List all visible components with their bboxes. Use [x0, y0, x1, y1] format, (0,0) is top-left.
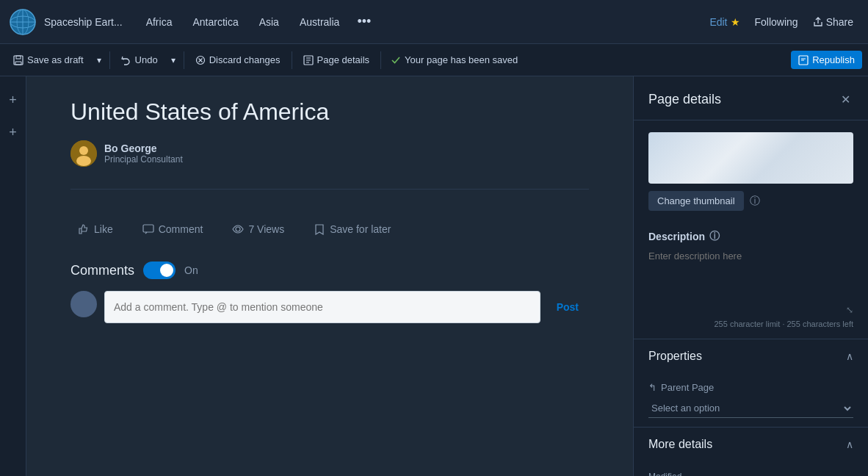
republish-icon: [798, 55, 809, 65]
more-details-header[interactable]: More details ∧: [634, 428, 868, 461]
share-icon: [813, 17, 823, 27]
main-layout: + + United States of America Bo George P…: [0, 76, 868, 476]
nav-share-button[interactable]: Share: [807, 13, 859, 31]
more-details-section: More details ∧ Modified 4/30/20, 9:04 AM: [634, 428, 868, 476]
add-section-button-1[interactable]: +: [4, 91, 22, 109]
bookmark-icon: [314, 223, 325, 235]
nav-link-africa[interactable]: Africa: [137, 12, 181, 32]
comment-label: Comment: [159, 223, 203, 235]
svg-point-12: [76, 156, 91, 166]
description-input[interactable]: [648, 250, 853, 302]
add-section-button-2[interactable]: +: [4, 123, 22, 141]
comment-input[interactable]: [104, 291, 540, 323]
save-later-label: Save for later: [330, 223, 391, 235]
undo-button[interactable]: Undo: [114, 51, 165, 69]
nav-link-australia[interactable]: Australia: [291, 12, 348, 32]
right-panel: Page details ✕ Change thumbnail ⓘ Descri…: [633, 76, 868, 476]
properties-title: Properties: [648, 350, 702, 363]
parent-page-section: ↰ Parent Page Select an option: [634, 373, 868, 427]
star-icon: ★: [731, 16, 740, 28]
panel-title: Page details: [648, 92, 721, 107]
saved-label: Your page has been saved: [405, 54, 518, 65]
properties-header[interactable]: Properties ∧: [634, 339, 868, 373]
save-draft-dropdown[interactable]: ▾: [93, 51, 106, 69]
post-comment-button[interactable]: Post: [546, 294, 589, 320]
views-label: 7 Views: [248, 223, 284, 235]
author-avatar: [70, 140, 97, 167]
avatar-image: [70, 140, 97, 167]
toolbar-divider-4: [380, 51, 381, 69]
author-section: Bo George Principal Consultant: [70, 140, 589, 167]
discard-icon: [195, 55, 206, 65]
nav-link-asia[interactable]: Asia: [250, 12, 288, 32]
toggle-on-label: On: [184, 264, 198, 276]
saved-status: Your page has been saved: [385, 54, 524, 65]
content-area: United States of America Bo George Princ…: [26, 76, 633, 476]
nav-link-antarctica[interactable]: Antarctica: [184, 12, 247, 32]
views-count: 7 Views: [225, 219, 292, 239]
thumbnail-info-icon[interactable]: ⓘ: [750, 195, 760, 208]
parent-page-icon: ↰: [648, 382, 657, 393]
thumbnail-area: Change thumbnail ⓘ: [648, 132, 853, 211]
comments-section: Comments On Post: [70, 262, 589, 323]
properties-collapse-icon: ∧: [846, 350, 853, 362]
comments-toggle[interactable]: [143, 262, 176, 279]
comments-title: Comments: [70, 263, 134, 278]
republish-label: Republish: [812, 54, 855, 65]
discard-button[interactable]: Discard changes: [188, 51, 288, 69]
comment-icon: [142, 223, 154, 235]
top-nav: Spaceship Eart... Africa Antarctica Asia…: [0, 0, 868, 44]
like-icon: [78, 223, 90, 235]
comments-header: Comments On: [70, 262, 589, 279]
nav-links: Africa Antarctica Asia Australia •••: [137, 11, 704, 32]
content-divider: [70, 189, 589, 190]
undo-dropdown[interactable]: ▾: [167, 51, 180, 69]
site-logo[interactable]: [9, 8, 37, 36]
discard-label: Discard changes: [209, 54, 281, 65]
thumbnail-preview: [648, 132, 853, 184]
like-label: Like: [94, 223, 113, 235]
resize-handle[interactable]: ⤡: [648, 305, 853, 315]
page-details-button[interactable]: Page details: [296, 51, 377, 69]
modified-label: Modified: [648, 472, 853, 476]
close-panel-button[interactable]: ✕: [838, 90, 853, 109]
page-details-icon: [303, 55, 314, 65]
nav-right: Edit★ Following Share: [704, 13, 859, 31]
nav-more-button[interactable]: •••: [351, 11, 377, 32]
share-label: Share: [826, 16, 853, 28]
save-draft-button[interactable]: Save as draft: [6, 51, 91, 69]
more-details-title: More details: [648, 438, 712, 451]
commenter-avatar: [70, 291, 97, 317]
toolbar-divider-2: [184, 51, 184, 69]
views-icon: [232, 223, 244, 235]
thumbnail-actions: Change thumbnail ⓘ: [648, 191, 853, 211]
check-icon: [391, 55, 401, 65]
svg-rect-13: [143, 225, 153, 232]
author-role: Principal Consultant: [104, 154, 183, 165]
like-button[interactable]: Like: [70, 219, 120, 239]
change-thumbnail-button[interactable]: Change thumbnail: [648, 191, 744, 211]
republish-button[interactable]: Republish: [791, 51, 862, 69]
site-title: Spaceship Eart...: [44, 16, 123, 28]
page-actions: Like Comment 7 Views Save for later: [70, 212, 589, 247]
description-info-icon[interactable]: ⓘ: [709, 230, 720, 243]
description-label: Description ⓘ: [648, 230, 853, 243]
parent-page-select[interactable]: Select an option: [648, 399, 853, 418]
nav-following-button[interactable]: Following: [749, 13, 804, 31]
nav-edit-button[interactable]: Edit★: [704, 13, 745, 31]
page-title: United States of America: [70, 98, 589, 126]
comment-row: Post: [104, 291, 589, 323]
description-section: Description ⓘ ⤡ 255 character limit · 25…: [634, 220, 868, 339]
panel-header: Page details ✕: [634, 76, 868, 120]
comment-button[interactable]: Comment: [135, 219, 211, 239]
save-draft-label: Save as draft: [27, 54, 84, 65]
undo-icon: [121, 55, 131, 65]
toolbar-divider-3: [292, 51, 292, 69]
save-icon: [13, 55, 23, 65]
char-count: 255 character limit · 255 characters lef…: [648, 320, 853, 328]
svg-point-14: [236, 227, 240, 231]
properties-section: Properties ∧ ↰ Parent Page Select an opt…: [634, 339, 868, 428]
edit-label: Edit: [709, 16, 727, 28]
save-later-button[interactable]: Save for later: [306, 219, 398, 239]
author-info: Bo George Principal Consultant: [104, 143, 183, 165]
